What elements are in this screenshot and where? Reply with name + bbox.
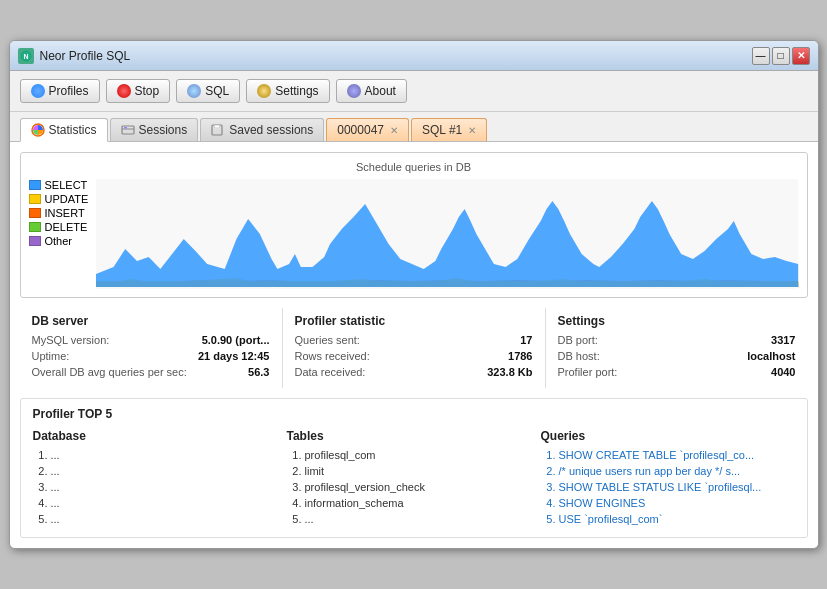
chart-area [96,179,798,289]
legend-insert-color [29,208,41,218]
list-item: ... [51,481,277,493]
profiler-port-value: 4040 [771,366,795,378]
rows-label: Rows received: [295,350,370,362]
legend-other-label: Other [45,235,73,247]
tab-sql1[interactable]: SQL #1 ✕ [411,118,487,141]
legend-insert-label: INSERT [45,207,85,219]
title-bar-left: N Neor Profile SQL [18,48,131,64]
legend-select: SELECT [29,179,89,191]
query-item[interactable]: SHOW ENGINES [559,497,785,509]
uptime-row: Uptime: 21 days 12:45 [32,350,270,362]
settings-button[interactable]: Settings [246,79,329,103]
profiler-port-label: Profiler port: [558,366,618,378]
legend-other: Other [29,235,89,247]
host-label: DB host: [558,350,600,362]
query-item[interactable]: SHOW TABLE STATUS LIKE `profilesql... [559,481,785,493]
tab-0000047[interactable]: 0000047 ✕ [326,118,409,141]
uptime-value: 21 days 12:45 [198,350,270,362]
db-server-col: DB server MySQL version: 5.0.90 (port...… [20,308,283,388]
list-item: ... [51,465,277,477]
queries-row: Queries sent: 17 [295,334,533,346]
query-item[interactable]: /* unique users run app ber day */ s... [559,465,785,477]
profiler-stat-heading: Profiler statistic [295,314,533,328]
svg-rect-3 [122,126,134,134]
data-value: 323.8 Kb [487,366,532,378]
window-title: Neor Profile SQL [40,49,131,63]
legend-select-color [29,180,41,190]
legend-delete-label: DELETE [45,221,88,233]
saved-sessions-tab-icon [211,123,225,137]
data-row: Data received: 323.8 Kb [295,366,533,378]
settings-col: Settings DB port: 3317 DB host: localhos… [546,308,808,388]
queries-label: Queries sent: [295,334,360,346]
queries-heading: Queries [541,429,785,443]
data-label: Data received: [295,366,366,378]
rows-row: Rows received: 1786 [295,350,533,362]
tab-sql1-close[interactable]: ✕ [468,125,476,136]
settings-heading: Settings [558,314,796,328]
legend-update: UPDATE [29,193,89,205]
profiler-port-row: Profiler port: 4040 [558,366,796,378]
list-item: ... [51,497,277,509]
stop-icon [117,84,131,98]
tables-list: profilesql_com limit profilesql_version_… [287,449,531,525]
avg-value: 56.3 [248,366,269,378]
legend-delete: DELETE [29,221,89,233]
chart-legend: SELECT UPDATE INSERT DELETE [29,179,89,289]
legend-insert: INSERT [29,207,89,219]
tab-saved-sessions[interactable]: Saved sessions [200,118,324,141]
chart-title: Schedule queries in DB [29,161,799,173]
app-icon: N [18,48,34,64]
chart-svg [96,179,798,289]
maximize-button[interactable]: □ [772,47,790,65]
query-item[interactable]: SHOW CREATE TABLE `profilesql_co... [559,449,785,461]
uptime-label: Uptime: [32,350,70,362]
legend-update-label: UPDATE [45,193,89,205]
queries-list: SHOW CREATE TABLE `profilesql_co... /* u… [541,449,785,525]
list-item: profilesql_com [305,449,531,461]
about-button[interactable]: About [336,79,407,103]
host-value: localhost [747,350,795,362]
window-controls: — □ ✕ [752,47,810,65]
tab-statistics[interactable]: Statistics [20,118,108,142]
about-icon [347,84,361,98]
query-item[interactable]: USE `profilesql_com` [559,513,785,525]
svg-rect-8 [215,126,219,128]
legend-other-color [29,236,41,246]
avg-label: Overall DB avg queries per sec: [32,366,187,378]
statistics-tab-icon [31,123,45,137]
close-button[interactable]: ✕ [792,47,810,65]
settings-icon [257,84,271,98]
rows-value: 1786 [508,350,532,362]
chart-section: Schedule queries in DB SELECT UPDATE INS… [20,152,808,298]
minimize-button[interactable]: — [752,47,770,65]
sessions-tab-icon [121,123,135,137]
port-label: DB port: [558,334,598,346]
list-item: ... [51,449,277,461]
tab-0000047-close[interactable]: ✕ [390,125,398,136]
sql-button[interactable]: SQL [176,79,240,103]
legend-select-label: SELECT [45,179,88,191]
list-item: information_schema [305,497,531,509]
legend-update-color [29,194,41,204]
stop-button[interactable]: Stop [106,79,171,103]
mysql-label: MySQL version: [32,334,110,346]
tab-sessions[interactable]: Sessions [110,118,199,141]
profiler-stat-col: Profiler statistic Queries sent: 17 Rows… [283,308,546,388]
list-item: profilesql_version_check [305,481,531,493]
host-row: DB host: localhost [558,350,796,362]
queries-col: Queries SHOW CREATE TABLE `profilesql_co… [541,429,795,529]
profiles-icon [31,84,45,98]
tables-col: Tables profilesql_com limit profilesql_v… [287,429,541,529]
mysql-version-row: MySQL version: 5.0.90 (port... [32,334,270,346]
profiler-top-section: Profiler TOP 5 Database ... ... ... ... … [20,398,808,538]
database-heading: Database [33,429,277,443]
database-list: ... ... ... ... ... [33,449,277,525]
legend-delete-color [29,222,41,232]
list-item: limit [305,465,531,477]
tables-heading: Tables [287,429,531,443]
svg-text:N: N [23,53,28,60]
port-row: DB port: 3317 [558,334,796,346]
profiles-button[interactable]: Profiles [20,79,100,103]
database-col: Database ... ... ... ... ... [33,429,287,529]
